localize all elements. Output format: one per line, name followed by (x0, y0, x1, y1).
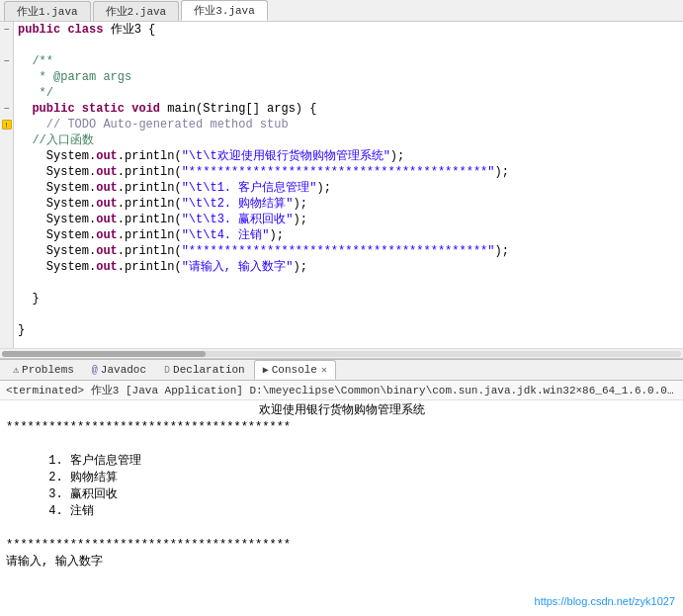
console-line-8 (6, 520, 677, 537)
declaration-icon: D (164, 365, 170, 376)
console-line-3 (6, 436, 677, 453)
code-editor: − − − ! public class 作业 (0, 22, 683, 358)
console-line-5: 2. 购物结算 (6, 470, 677, 486)
marker-row-20 (0, 322, 13, 338)
tab-zuoye2[interactable]: 作业2.java (93, 1, 180, 21)
scrollbar-thumb[interactable] (2, 351, 206, 357)
editor-gutter: − − − ! (0, 22, 14, 348)
bottom-tab-bar: ⚠ Problems @ Javadoc D Declaration ▶ Con… (0, 359, 683, 381)
tab-javadoc[interactable]: @ Javadoc (83, 360, 155, 380)
console-line-7: 4. 注销 (6, 503, 677, 520)
code-line-19 (18, 307, 683, 322)
code-line-3: /** (18, 53, 683, 69)
code-line-2 (18, 38, 683, 53)
marker-row-13 (0, 212, 13, 227)
code-line-15: System.out.println("********************… (18, 243, 683, 259)
code-line-1: public class 作业3 { (18, 22, 683, 38)
code-line-12: System.out.println("\t\t2. 购物结算"); (18, 196, 683, 212)
marker-row-17 (0, 275, 13, 291)
code-line-13: System.out.println("\t\t3. 赢积回收"); (18, 212, 683, 227)
marker-row-14 (0, 227, 13, 243)
code-line-20: } (18, 322, 683, 338)
code-line-9: System.out.println("\t\t欢迎使用银行货物购物管理系统")… (18, 148, 683, 164)
console-line-10: 请输入, 输入数字 (6, 554, 677, 571)
scrollbar-track[interactable] (2, 351, 681, 357)
javadoc-icon: @ (92, 365, 98, 376)
code-line-18: } (18, 291, 683, 307)
marker-row-5 (0, 85, 13, 101)
marker-row-11 (0, 180, 13, 196)
marker-row-10 (0, 164, 13, 180)
code-line-14: System.out.println("\t\t4. 注销"); (18, 227, 683, 243)
code-line-6: public static void main(String[] args) { (18, 101, 683, 117)
code-line-17 (18, 275, 683, 291)
code-line-16: System.out.println("请输入, 输入数字"); (18, 259, 683, 275)
marker-row-15 (0, 243, 13, 259)
console-output[interactable]: 欢迎使用银行货物购物管理系统 *************************… (0, 400, 683, 615)
console-line-9: **************************************** (6, 537, 677, 554)
code-line-4: * @param args (18, 69, 683, 85)
code-line-11: System.out.println("\t\t1. 客户信息管理"); (18, 180, 683, 196)
marker-row-12 (0, 196, 13, 212)
marker-row-6: − (0, 101, 13, 117)
marker-row-19 (0, 307, 13, 322)
tab-console[interactable]: ▶ Console ✕ (254, 360, 336, 380)
code-line-8: //入口函数 (18, 132, 683, 148)
code-content[interactable]: public class 作业3 { /** * @param args */ … (14, 22, 683, 348)
marker-row-8 (0, 132, 13, 148)
marker-row-4 (0, 69, 13, 85)
editor-tab-bar: 作业1.java 作业2.java 作业3.java (0, 0, 683, 22)
marker-row-2 (0, 38, 13, 53)
problems-icon: ⚠ (13, 364, 19, 376)
marker-row-18 (0, 291, 13, 307)
code-line-7: // TODO Auto-generated method stub (18, 117, 683, 132)
tab-problems[interactable]: ⚠ Problems (4, 360, 83, 380)
editor-scrollbar[interactable] (0, 348, 683, 358)
tab-declaration[interactable]: D Declaration (155, 360, 254, 380)
console-header: <terminated> 作业3 [Java Application] D:\m… (0, 381, 683, 400)
console-line-2: **************************************** (6, 419, 677, 436)
marker-row-7: ! (0, 117, 13, 132)
tab-zuoye1[interactable]: 作业1.java (4, 1, 91, 21)
tab-zuoye3[interactable]: 作业3.java (181, 0, 268, 21)
code-line-10: System.out.println("********************… (18, 164, 683, 180)
watermark: https://blog.csdn.net/zyk1027 (535, 595, 675, 607)
console-close-button[interactable]: ✕ (321, 364, 327, 376)
console-line-6: 3. 赢积回收 (6, 486, 677, 503)
console-icon: ▶ (263, 364, 269, 376)
marker-row-9 (0, 148, 13, 164)
console-line-1: 欢迎使用银行货物购物管理系统 (6, 402, 677, 419)
marker-row-16 (0, 259, 13, 275)
marker-row-3: − (0, 53, 13, 69)
bottom-panel: ⚠ Problems @ Javadoc D Declaration ▶ Con… (0, 358, 683, 615)
code-line-5: */ (18, 85, 683, 101)
marker-row-1: − (0, 22, 13, 38)
console-line-4: 1. 客户信息管理 (6, 453, 677, 470)
warning-icon: ! (2, 120, 12, 130)
